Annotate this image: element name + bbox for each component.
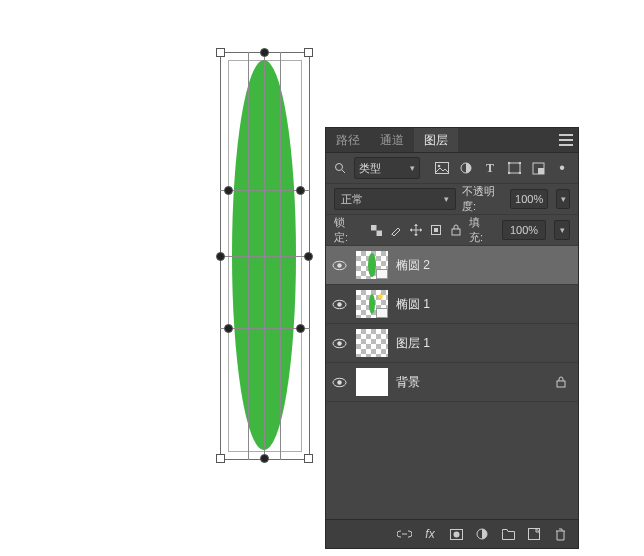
svg-rect-10 — [538, 168, 544, 174]
layer-list: 椭圆 2★椭圆 1图层 1背景 — [326, 246, 578, 402]
fill-label: 填充: — [469, 215, 494, 245]
svg-rect-13 — [376, 230, 382, 236]
layers-panel: 路径 通道 图层 类型 ▾ T • 正常 ▾ 不透明度: 100% ▾ — [326, 128, 578, 548]
filter-row: 类型 ▾ T • — [326, 153, 578, 184]
svg-rect-25 — [557, 381, 565, 387]
tab-layers[interactable]: 图层 — [414, 128, 458, 152]
layer-thumb — [356, 368, 388, 396]
layer-row[interactable]: 椭圆 2 — [326, 246, 578, 285]
tab-paths[interactable]: 路径 — [326, 128, 370, 152]
layer-name: 图层 1 — [396, 335, 430, 352]
adjust-icon[interactable] — [458, 160, 474, 176]
layer-name: 椭圆 2 — [396, 257, 430, 274]
guide-mid — [220, 256, 310, 257]
panel-menu-icon[interactable] — [554, 128, 578, 152]
link-icon[interactable] — [396, 526, 412, 542]
layer-thumb: ★ — [356, 290, 388, 318]
lock-icon — [556, 376, 566, 388]
trash-icon[interactable] — [552, 526, 568, 542]
handle-ne[interactable] — [304, 48, 313, 57]
svg-rect-15 — [434, 228, 438, 232]
layer-name: 椭圆 1 — [396, 296, 430, 313]
lock-artboard-icon[interactable] — [429, 223, 443, 237]
mask-icon[interactable] — [448, 526, 464, 542]
anchor-4[interactable] — [296, 324, 305, 333]
artboard-dot-icon[interactable]: • — [554, 160, 570, 176]
handle-e[interactable] — [304, 252, 313, 261]
blend-mode-select[interactable]: 正常 ▾ — [334, 188, 456, 210]
anchor-2[interactable] — [296, 186, 305, 195]
handle-se[interactable] — [304, 454, 313, 463]
chevron-down-icon: ▾ — [444, 194, 449, 204]
svg-point-6 — [518, 162, 520, 164]
handle-sw[interactable] — [216, 454, 225, 463]
svg-point-24 — [337, 380, 341, 384]
layer-name: 背景 — [396, 374, 420, 391]
svg-point-18 — [337, 263, 341, 267]
layer-thumb — [356, 251, 388, 279]
opacity-chevron[interactable]: ▾ — [556, 189, 570, 209]
opacity-value[interactable]: 100% — [510, 189, 548, 209]
adjustment-icon[interactable] — [474, 526, 490, 542]
star-icon: ★ — [376, 292, 386, 302]
filter-icon-group: T • — [434, 160, 570, 176]
svg-point-8 — [518, 172, 520, 174]
svg-rect-1 — [436, 163, 449, 174]
visibility-toggle[interactable] — [326, 377, 352, 388]
filter-type-label: 类型 — [359, 161, 381, 176]
smartobj-icon[interactable] — [530, 160, 546, 176]
svg-point-27 — [453, 531, 459, 537]
lock-all-icon[interactable] — [449, 223, 463, 237]
lock-position-icon[interactable] — [409, 223, 423, 237]
panel-bottom-bar: fx — [326, 519, 578, 548]
handle-w[interactable] — [216, 252, 225, 261]
svg-rect-4 — [509, 163, 520, 173]
lock-row: 锁定: 填充: 100% ▾ — [326, 215, 578, 246]
group-icon[interactable] — [500, 526, 516, 542]
text-icon[interactable]: T — [482, 160, 498, 176]
chevron-down-icon: ▾ — [410, 163, 415, 173]
shape-icon[interactable] — [506, 160, 522, 176]
visibility-toggle[interactable] — [326, 338, 352, 349]
panel-tabs: 路径 通道 图层 — [326, 128, 578, 153]
lock-pixels-icon[interactable] — [369, 223, 383, 237]
tab-channels[interactable]: 通道 — [370, 128, 414, 152]
visibility-toggle[interactable] — [326, 299, 352, 310]
handle-s[interactable] — [260, 454, 269, 463]
visibility-toggle[interactable] — [326, 260, 352, 271]
layer-row[interactable]: ★椭圆 1 — [326, 285, 578, 324]
svg-rect-12 — [371, 225, 377, 231]
svg-point-0 — [336, 164, 343, 171]
anchor-3[interactable] — [224, 324, 233, 333]
fill-chevron[interactable]: ▾ — [554, 220, 570, 240]
search-icon — [334, 162, 348, 174]
svg-rect-16 — [452, 229, 460, 235]
image-icon[interactable] — [434, 160, 450, 176]
lock-paint-icon[interactable] — [389, 223, 403, 237]
svg-point-5 — [508, 162, 510, 164]
svg-point-2 — [438, 165, 441, 168]
anchor-1[interactable] — [224, 186, 233, 195]
blend-mode-label: 正常 — [341, 192, 363, 207]
lock-label: 锁定: — [334, 215, 359, 245]
filter-type-select[interactable]: 类型 ▾ — [354, 157, 420, 179]
svg-point-7 — [508, 172, 510, 174]
opacity-label: 不透明度: — [462, 184, 502, 214]
svg-point-22 — [337, 341, 341, 345]
new-layer-icon[interactable] — [526, 526, 542, 542]
handle-nw[interactable] — [216, 48, 225, 57]
svg-point-20 — [337, 302, 341, 306]
layer-row[interactable]: 背景 — [326, 363, 578, 402]
blend-row: 正常 ▾ 不透明度: 100% ▾ — [326, 184, 578, 215]
handle-n[interactable] — [260, 48, 269, 57]
fx-icon[interactable]: fx — [422, 526, 438, 542]
layer-thumb — [356, 329, 388, 357]
layer-row[interactable]: 图层 1 — [326, 324, 578, 363]
lock-icon-group — [369, 223, 463, 237]
fill-value[interactable]: 100% — [502, 220, 546, 240]
